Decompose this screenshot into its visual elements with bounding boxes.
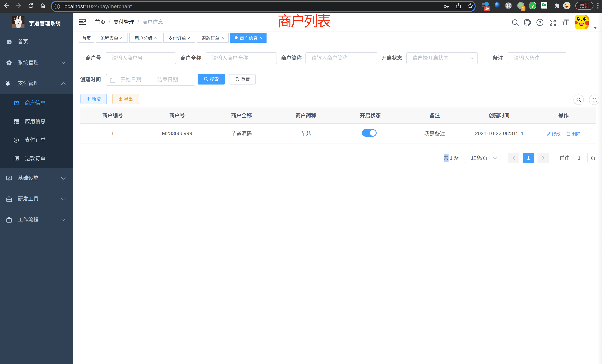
svg-text:¥: ¥ [15, 138, 17, 142]
svg-text:y: y [531, 3, 534, 9]
svg-text:?: ? [539, 20, 541, 25]
